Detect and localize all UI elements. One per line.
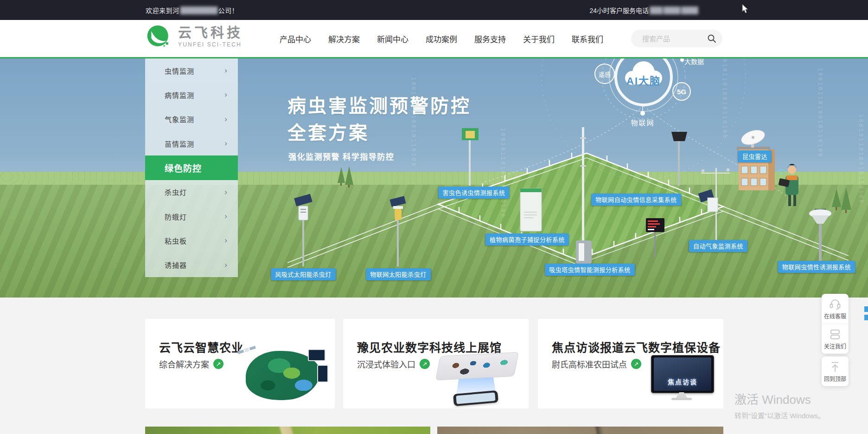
card-subtitle: 沉浸式体验入口 xyxy=(357,358,415,370)
online-service-button[interactable]: 在线客服 xyxy=(822,294,849,324)
card-smart-agriculture[interactable]: 云飞云智慧农业 综合解决方案 ↗ xyxy=(145,319,335,408)
nav-item-support[interactable]: 服务支持 xyxy=(474,33,506,45)
watermark-line2: 转到“设置”以激活 Windows。 xyxy=(734,410,825,420)
menu-item-insecticidal-lamp[interactable]: 杀虫灯 › xyxy=(145,180,238,204)
card-subtitle-row: 综合解决方案 ↗ xyxy=(159,358,223,370)
hero-subtitle: 强化监测预警 科学指导防控 xyxy=(288,150,394,162)
menu-item-label: 虫情监测 xyxy=(165,66,194,76)
online-service-label: 在线客服 xyxy=(824,312,846,320)
bottom-image-right xyxy=(437,427,723,434)
menu-item-label: 粘虫板 xyxy=(165,236,187,246)
watermark-line1: 激活 Windows xyxy=(734,390,825,407)
logo[interactable]: 云飞科技 YUNFEI SCI-TECH xyxy=(147,25,243,49)
welcome-text: 欢迎来到河 █████████ 公司！ xyxy=(146,0,238,20)
arrow-link-icon[interactable]: ↗ xyxy=(420,359,430,369)
headset-icon xyxy=(829,298,842,310)
logo-title: 云飞科技 xyxy=(178,26,243,40)
service-hotline-label: 24小时客户服务电话 xyxy=(590,6,649,15)
nav-item-about[interactable]: 关于我们 xyxy=(523,33,555,45)
search-input[interactable] xyxy=(641,34,703,43)
back-to-top-label: 回到顶部 xyxy=(824,375,846,382)
monitor-shape: 焦点访谈 xyxy=(651,355,714,393)
nav-item-contact[interactable]: 联系我们 xyxy=(572,33,603,45)
device-label-suction-lamp: 风吸式太阳能杀虫灯 xyxy=(271,268,336,280)
binary-decoration: 1001011010010110100 xyxy=(858,114,864,204)
monitor-base xyxy=(671,398,692,400)
device-label-weather-station: 自动气象监测系统 xyxy=(689,240,747,252)
menu-item-green-control[interactable]: 绿色防控 › xyxy=(145,155,238,180)
menu-item-label: 杀虫灯 xyxy=(165,187,187,197)
chevron-right-icon: › xyxy=(224,236,228,245)
device-label-insect-radar: 昆虫雷达 xyxy=(738,150,772,162)
back-to-top-button[interactable]: 回到顶部 xyxy=(822,356,849,386)
menu-item-seedling-monitoring[interactable]: 苗情监测 › xyxy=(145,131,238,155)
floating-panel-bottom: 回到顶部 xyxy=(822,356,849,386)
card-subtitle-row: 沉浸式体验入口 ↗ xyxy=(357,358,430,370)
menu-item-label: 绿色防控 xyxy=(165,162,202,174)
menu-item-label: 诱捕器 xyxy=(165,260,187,270)
welcome-suffix: 公司！ xyxy=(218,6,239,15)
exhibition-illustration xyxy=(429,351,522,403)
service-hotline: 24小时客户服务电话 ███ ████ ████ xyxy=(590,0,699,20)
device-label-suction-tower: 吸虫塔虫情智能测报分析系统 xyxy=(545,264,635,276)
led-display xyxy=(646,218,664,258)
page: 欢迎来到河 █████████ 公司！ 24小时客户服务电话 ███ ████ … xyxy=(0,0,868,434)
ai-brain-label: AI大脑 xyxy=(626,72,661,87)
menu-item-label: 防蛾灯 xyxy=(165,212,187,221)
nav-item-solutions[interactable]: 解决方案 xyxy=(328,33,360,45)
binary-decoration: 1001011010010110100 xyxy=(721,58,728,139)
5g-label: 5G xyxy=(677,88,686,96)
search-icon[interactable] xyxy=(707,34,716,43)
bottom-image-left xyxy=(145,427,430,434)
device-label-iot-lamp: 物联网太阳能杀虫灯 xyxy=(366,268,431,280)
nav-item-products[interactable]: 产品中心 xyxy=(280,33,311,45)
hero-title-line1: 病虫害监测预警防控 xyxy=(287,91,471,118)
welcome-redacted: █████████ xyxy=(180,6,217,14)
menu-item-label: 苗情监测 xyxy=(165,139,194,149)
arrow-link-icon[interactable]: ↗ xyxy=(631,359,641,369)
device-label-pheromone-trap: 物联网虫情性诱测报系统 xyxy=(778,261,855,273)
solar-killer-lamp-1 xyxy=(294,194,313,266)
search-box xyxy=(631,30,722,47)
chevron-right-icon: › xyxy=(224,115,228,124)
smart-farm-illustration xyxy=(237,344,326,404)
card-online-exhibition[interactable]: 豫见农业数字科技线上展馆 沉浸式体验入口 ↗ xyxy=(343,319,529,408)
chevron-right-icon: › xyxy=(224,212,228,221)
menu-item-weather-monitoring[interactable]: 气象监测 › xyxy=(145,107,238,131)
hero-title-line2: 全套方案 xyxy=(287,118,369,145)
menu-item-sticky-board[interactable]: 粘虫板 › xyxy=(145,228,238,253)
chevron-right-icon: › xyxy=(224,90,228,99)
solar-killer-lamp-2 xyxy=(390,196,406,266)
device-label-color-trap: 害虫色诱虫情测报系统 xyxy=(438,187,509,199)
header: 云飞科技 YUNFEI SCI-TECH 产品中心 解决方案 新闻中心 成功案例… xyxy=(0,20,868,58)
scrollbar-marker[interactable] xyxy=(864,306,868,312)
exhibition-hall-shape xyxy=(435,352,519,381)
device-label-iot-collector: 物联网自动虫情信息采集系统 xyxy=(591,194,681,206)
menu-item-disease-monitoring[interactable]: 病情监测 › xyxy=(145,83,238,107)
tv-monitor-illustration: 焦点访谈 xyxy=(651,355,713,403)
scrollbar-marker[interactable] xyxy=(864,315,868,320)
dashboard-screen-shape xyxy=(308,349,326,361)
main-nav: 产品中心 解决方案 新闻中心 成功案例 服务支持 关于我们 联系我们 xyxy=(280,20,603,57)
logo-icon xyxy=(147,25,171,49)
card-title: 焦点访谈报道云飞数字植保设备 xyxy=(552,338,721,355)
menu-item-trap[interactable]: 诱捕器 › xyxy=(145,253,238,277)
chevron-right-icon: › xyxy=(224,188,228,197)
nav-item-cases[interactable]: 成功案例 xyxy=(426,33,457,45)
iot-label: 物联网 xyxy=(631,117,654,127)
welcome-prefix: 欢迎来到河 xyxy=(146,6,179,15)
menu-item-label: 病情监测 xyxy=(165,90,194,100)
card-tv-report[interactable]: 焦点访谈报道云飞数字植保设备 尉氏高标准农田试点 ↗ 焦点访谈 xyxy=(538,319,723,408)
hero-banner: 1001011010010110100 1001011010010110100 … xyxy=(0,58,868,298)
menu-item-moth-lamp[interactable]: 防蛾灯 › xyxy=(145,204,238,228)
mouse-cursor xyxy=(742,4,749,14)
menu-item-insect-monitoring[interactable]: 虫情监测 › xyxy=(145,58,238,83)
follow-us-button[interactable]: 关注我们 xyxy=(822,324,849,354)
satellite-icon xyxy=(237,344,256,356)
chevron-right-icon: › xyxy=(224,260,228,270)
device-label-spore-analyzer: 植物病菌孢子捕捉分析系统 xyxy=(485,233,569,246)
arrow-link-icon[interactable]: ↗ xyxy=(213,359,223,369)
nav-item-news[interactable]: 新闻中心 xyxy=(377,33,408,45)
color-trap-device xyxy=(462,128,479,186)
card-subtitle-row: 尉氏高标准农田试点 ↗ xyxy=(552,358,641,370)
